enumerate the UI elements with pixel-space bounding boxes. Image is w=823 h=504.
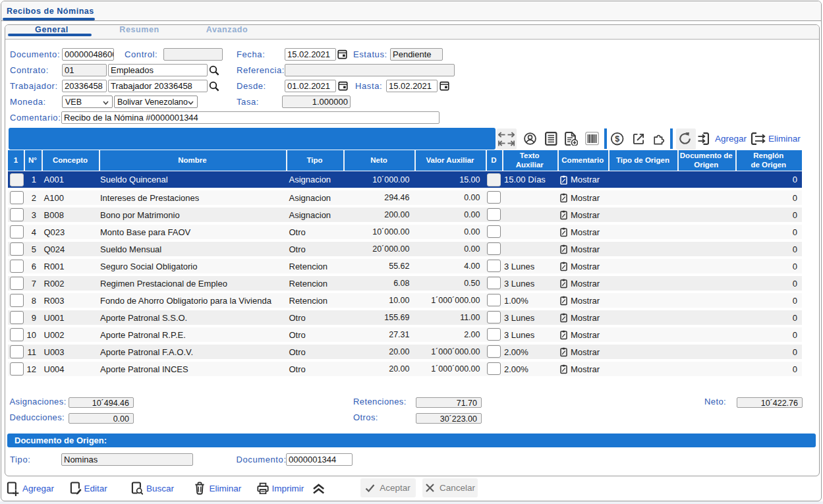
svg-text:$: $ [615, 134, 619, 144]
